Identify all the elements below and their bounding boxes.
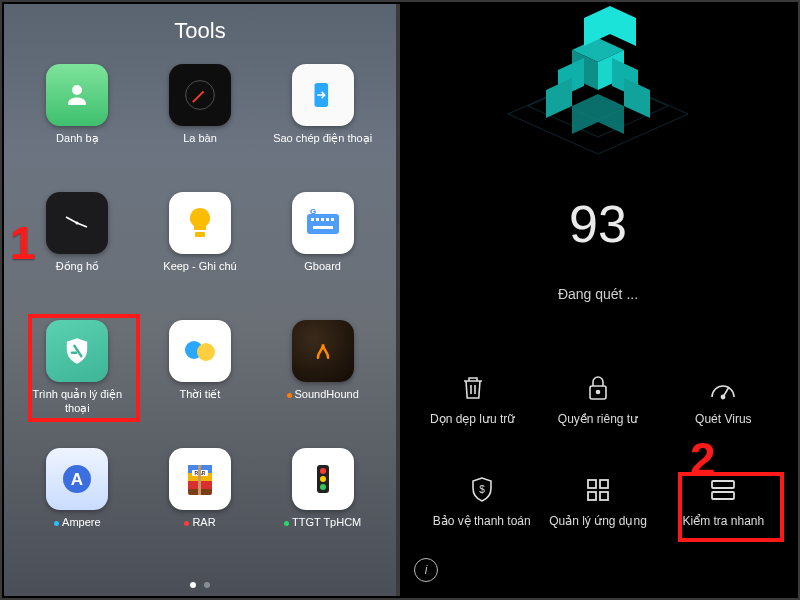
rar-icon: RAR [169, 448, 231, 510]
scan-status: Đang quét ... [400, 286, 796, 302]
folder-title: Tools [4, 18, 396, 44]
svg-rect-5 [311, 218, 314, 221]
speed-icon [707, 372, 739, 404]
svg-rect-9 [331, 218, 334, 221]
soundhound-icon [292, 320, 354, 382]
step-1-highlight [28, 314, 140, 422]
svg-rect-45 [600, 492, 608, 500]
page-indicator[interactable] [4, 582, 396, 588]
step-2-highlight [678, 472, 784, 542]
app-gboard[interactable]: G Gboard [267, 190, 378, 318]
svg-rect-8 [326, 218, 329, 221]
svg-point-2 [76, 222, 79, 225]
health-score: 93 [400, 194, 796, 254]
update-dot [287, 393, 292, 398]
app-label: La bàn [183, 132, 217, 146]
app-label: SoundHound [287, 388, 359, 402]
svg-text:$: $ [479, 484, 485, 495]
action-label: Dọn dẹp lưu trữ [430, 412, 515, 426]
app-label: Gboard [304, 260, 341, 274]
svg-rect-43 [600, 480, 608, 488]
step-1-marker: 1 [10, 216, 36, 270]
svg-marker-37 [598, 94, 624, 134]
weather-icon [169, 320, 231, 382]
update-dot [184, 521, 189, 526]
svg-point-13 [197, 343, 215, 361]
svg-rect-44 [588, 492, 596, 500]
contacts-icon [46, 64, 108, 126]
app-label: Danh bạ [56, 132, 98, 146]
app-clone-phone[interactable]: Sao chép điện thoại [267, 62, 378, 190]
app-label: TTGT TpHCM [284, 516, 361, 530]
grid-icon [582, 474, 614, 506]
clone-phone-icon [292, 64, 354, 126]
svg-rect-10 [313, 226, 333, 229]
svg-marker-34 [546, 78, 572, 118]
svg-rect-22 [198, 465, 201, 495]
app-ampere[interactable]: A Ampere [22, 446, 133, 574]
clock-icon [46, 192, 108, 254]
svg-text:A: A [71, 470, 83, 489]
svg-marker-36 [572, 94, 598, 134]
svg-marker-35 [624, 78, 650, 118]
ttgt-icon [292, 448, 354, 510]
app-ttgt[interactable]: TTGT TpHCM [267, 446, 378, 574]
phone-manager-screen: 93 Đang quét ... Dọn dẹp lưu trữ Quyền r… [400, 4, 796, 596]
svg-point-40 [722, 395, 725, 398]
shield-icon: $ [466, 474, 498, 506]
app-label: Thời tiết [180, 388, 221, 402]
app-contacts[interactable]: Danh bạ [22, 62, 133, 190]
update-dot [284, 521, 289, 526]
app-keep[interactable]: Keep - Ghi chú [145, 190, 256, 318]
svg-rect-6 [316, 218, 319, 221]
svg-point-25 [320, 476, 326, 482]
lock-icon [582, 372, 614, 404]
svg-rect-7 [321, 218, 324, 221]
svg-point-26 [320, 484, 326, 490]
ampere-icon: A [46, 448, 108, 510]
svg-text:G: G [310, 208, 316, 216]
tools-folder-screen: Tools Danh bạ La bàn Sao chép điện thoại [4, 4, 396, 596]
compass-icon [169, 64, 231, 126]
app-soundhound[interactable]: SoundHound [267, 318, 378, 446]
action-label: Quyền riêng tư [558, 412, 638, 426]
update-dot [54, 521, 59, 526]
app-label: Đồng hồ [56, 260, 99, 274]
app-clock[interactable]: Đồng hồ [22, 190, 133, 318]
info-button[interactable]: i [414, 558, 438, 582]
trash-icon [457, 372, 489, 404]
svg-rect-42 [588, 480, 596, 488]
app-label: Ampere [54, 516, 101, 530]
app-label: RAR [184, 516, 215, 530]
action-label: Bảo vệ thanh toán [433, 514, 531, 528]
svg-rect-4 [307, 214, 339, 234]
svg-point-24 [320, 468, 326, 474]
svg-rect-3 [195, 232, 205, 237]
keep-icon [169, 192, 231, 254]
app-rar[interactable]: RAR RAR [145, 446, 256, 574]
svg-marker-33 [610, 6, 636, 46]
gboard-icon: G [292, 192, 354, 254]
svg-marker-32 [584, 6, 610, 46]
app-weather[interactable]: Thời tiết [145, 318, 256, 446]
action-privacy[interactable]: Quyền riêng tư [535, 372, 660, 426]
action-app-manage[interactable]: Quản lý ứng dụng [535, 474, 660, 528]
app-compass[interactable]: La bàn [145, 62, 256, 190]
app-label: Keep - Ghi chú [163, 260, 236, 274]
action-clean-storage[interactable]: Dọn dẹp lưu trữ [410, 372, 535, 426]
action-label: Quản lý ứng dụng [549, 514, 647, 528]
action-payment-protect[interactable]: $ Bảo vệ thanh toán [410, 474, 535, 528]
app-label: Sao chép điện thoại [273, 132, 372, 146]
action-row-1: Dọn dẹp lưu trữ Quyền riêng tư Quét Viru… [410, 372, 786, 426]
cube-graphic [400, 4, 796, 164]
action-virus-scan[interactable]: Quét Virus [661, 372, 786, 426]
svg-point-39 [596, 391, 599, 394]
action-label: Quét Virus [695, 412, 751, 426]
